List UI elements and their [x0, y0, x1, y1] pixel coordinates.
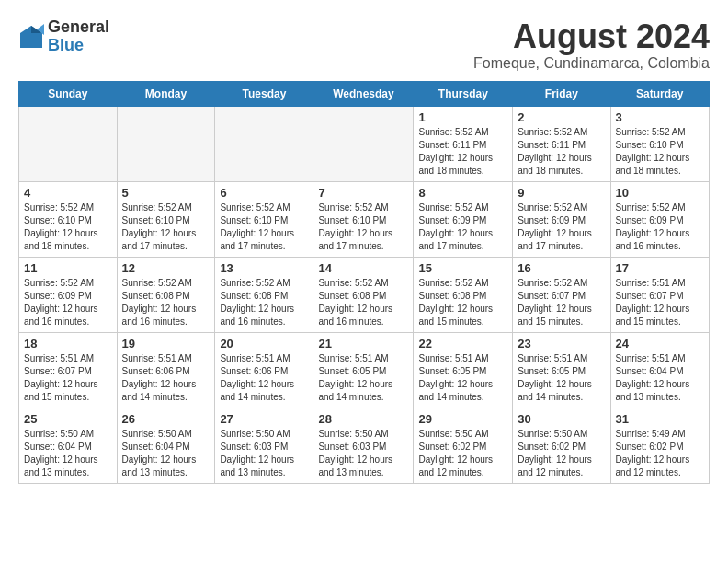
day-number: 29 [418, 412, 507, 426]
logo-blue: Blue [48, 36, 84, 54]
weekday-header-row: SundayMondayTuesdayWednesdayThursdayFrid… [19, 81, 710, 106]
day-info: Sunrise: 5:52 AM Sunset: 6:10 PM Dayligh… [318, 201, 408, 253]
day-number: 2 [518, 110, 605, 124]
day-info: Sunrise: 5:52 AM Sunset: 6:09 PM Dayligh… [518, 201, 605, 253]
day-number: 22 [418, 337, 507, 350]
calendar-cell: 16Sunrise: 5:52 AM Sunset: 6:07 PM Dayli… [513, 257, 610, 332]
day-number: 30 [518, 412, 605, 426]
weekday-header-thursday: Thursday [414, 81, 513, 106]
day-info: Sunrise: 5:50 AM Sunset: 6:04 PM Dayligh… [122, 428, 210, 479]
day-info: Sunrise: 5:50 AM Sunset: 6:03 PM Dayligh… [220, 428, 308, 479]
day-number: 23 [518, 337, 605, 350]
calendar-cell: 25Sunrise: 5:50 AM Sunset: 6:04 PM Dayli… [19, 408, 118, 483]
day-number: 16 [518, 261, 605, 275]
calendar-cell: 8Sunrise: 5:52 AM Sunset: 6:09 PM Daylig… [414, 181, 513, 257]
calendar-cell: 31Sunrise: 5:49 AM Sunset: 6:02 PM Dayli… [610, 408, 709, 483]
day-number: 27 [220, 412, 308, 426]
day-number: 21 [318, 337, 408, 350]
day-number: 19 [122, 337, 210, 350]
calendar-cell: 23Sunrise: 5:51 AM Sunset: 6:05 PM Dayli… [513, 332, 610, 408]
calendar-cell: 28Sunrise: 5:50 AM Sunset: 6:03 PM Dayli… [313, 408, 414, 483]
day-info: Sunrise: 5:51 AM Sunset: 6:05 PM Dayligh… [318, 352, 408, 404]
day-info: Sunrise: 5:50 AM Sunset: 6:03 PM Dayligh… [318, 428, 408, 479]
day-number: 8 [418, 186, 507, 200]
calendar-cell: 10Sunrise: 5:52 AM Sunset: 6:09 PM Dayli… [610, 181, 709, 257]
weekday-header-saturday: Saturday [610, 81, 709, 106]
day-info: Sunrise: 5:52 AM Sunset: 6:10 PM Dayligh… [122, 201, 210, 253]
day-info: Sunrise: 5:52 AM Sunset: 6:11 PM Dayligh… [518, 126, 605, 178]
day-number: 12 [122, 261, 210, 275]
calendar-cell: 24Sunrise: 5:51 AM Sunset: 6:04 PM Dayli… [610, 332, 709, 408]
logo-text: General Blue [48, 18, 109, 55]
calendar-cell: 5Sunrise: 5:52 AM Sunset: 6:10 PM Daylig… [117, 181, 215, 257]
calendar-cell: 3Sunrise: 5:52 AM Sunset: 6:10 PM Daylig… [610, 106, 709, 181]
day-number: 20 [220, 337, 308, 350]
calendar-cell: 13Sunrise: 5:52 AM Sunset: 6:08 PM Dayli… [215, 257, 313, 332]
day-number: 15 [418, 261, 507, 275]
calendar-cell: 21Sunrise: 5:51 AM Sunset: 6:05 PM Dayli… [313, 332, 414, 408]
calendar-cell [19, 106, 118, 181]
day-info: Sunrise: 5:51 AM Sunset: 6:07 PM Dayligh… [616, 277, 704, 328]
day-number: 14 [318, 261, 408, 275]
weekday-header-friday: Friday [513, 81, 610, 106]
day-number: 25 [24, 412, 112, 426]
day-number: 11 [24, 261, 112, 275]
day-number: 5 [122, 186, 210, 200]
day-info: Sunrise: 5:52 AM Sunset: 6:08 PM Dayligh… [318, 277, 408, 328]
calendar-cell: 7Sunrise: 5:52 AM Sunset: 6:10 PM Daylig… [313, 181, 414, 257]
calendar-cell: 14Sunrise: 5:52 AM Sunset: 6:08 PM Dayli… [313, 257, 414, 332]
calendar-cell: 22Sunrise: 5:51 AM Sunset: 6:05 PM Dayli… [414, 332, 513, 408]
day-info: Sunrise: 5:50 AM Sunset: 6:02 PM Dayligh… [418, 428, 507, 479]
weekday-header-monday: Monday [117, 81, 215, 106]
day-info: Sunrise: 5:52 AM Sunset: 6:09 PM Dayligh… [24, 277, 112, 328]
calendar-cell: 9Sunrise: 5:52 AM Sunset: 6:09 PM Daylig… [513, 181, 610, 257]
weekday-header-tuesday: Tuesday [215, 81, 313, 106]
calendar-cell: 19Sunrise: 5:51 AM Sunset: 6:06 PM Dayli… [117, 332, 215, 408]
location-subtitle: Fomeque, Cundinamarca, Colombia [473, 55, 710, 72]
weekday-header-sunday: Sunday [19, 81, 118, 106]
day-number: 18 [24, 337, 112, 350]
day-number: 26 [122, 412, 210, 426]
logo: General Blue [18, 18, 109, 55]
day-number: 1 [418, 110, 507, 124]
day-number: 13 [220, 261, 308, 275]
logo-general: General [48, 17, 109, 36]
day-info: Sunrise: 5:52 AM Sunset: 6:09 PM Dayligh… [616, 201, 704, 253]
calendar-week-5: 25Sunrise: 5:50 AM Sunset: 6:04 PM Dayli… [19, 408, 710, 483]
day-number: 17 [616, 261, 704, 275]
day-number: 10 [616, 186, 704, 200]
calendar-cell: 27Sunrise: 5:50 AM Sunset: 6:03 PM Dayli… [215, 408, 313, 483]
calendar-cell: 29Sunrise: 5:50 AM Sunset: 6:02 PM Dayli… [414, 408, 513, 483]
day-info: Sunrise: 5:51 AM Sunset: 6:04 PM Dayligh… [616, 352, 704, 404]
day-info: Sunrise: 5:51 AM Sunset: 6:06 PM Dayligh… [220, 352, 308, 404]
calendar-cell: 4Sunrise: 5:52 AM Sunset: 6:10 PM Daylig… [19, 181, 118, 257]
day-info: Sunrise: 5:50 AM Sunset: 6:04 PM Dayligh… [24, 428, 112, 479]
calendar-cell [313, 106, 414, 181]
day-info: Sunrise: 5:51 AM Sunset: 6:06 PM Dayligh… [122, 352, 210, 404]
calendar-cell [215, 106, 313, 181]
calendar-week-1: 1Sunrise: 5:52 AM Sunset: 6:11 PM Daylig… [19, 106, 710, 181]
logo-icon [18, 24, 44, 50]
calendar-cell: 2Sunrise: 5:52 AM Sunset: 6:11 PM Daylig… [513, 106, 610, 181]
day-info: Sunrise: 5:50 AM Sunset: 6:02 PM Dayligh… [518, 428, 605, 479]
title-block: August 2024 Fomeque, Cundinamarca, Colom… [473, 18, 710, 72]
day-info: Sunrise: 5:52 AM Sunset: 6:10 PM Dayligh… [24, 201, 112, 253]
day-info: Sunrise: 5:52 AM Sunset: 6:08 PM Dayligh… [122, 277, 210, 328]
calendar-cell: 1Sunrise: 5:52 AM Sunset: 6:11 PM Daylig… [414, 106, 513, 181]
day-number: 6 [220, 186, 308, 200]
day-number: 7 [318, 186, 408, 200]
calendar-cell: 26Sunrise: 5:50 AM Sunset: 6:04 PM Dayli… [117, 408, 215, 483]
calendar-cell: 18Sunrise: 5:51 AM Sunset: 6:07 PM Dayli… [19, 332, 118, 408]
day-info: Sunrise: 5:51 AM Sunset: 6:07 PM Dayligh… [24, 352, 112, 404]
day-number: 9 [518, 186, 605, 200]
calendar-cell: 11Sunrise: 5:52 AM Sunset: 6:09 PM Dayli… [19, 257, 118, 332]
month-year-title: August 2024 [473, 18, 710, 55]
calendar-cell: 6Sunrise: 5:52 AM Sunset: 6:10 PM Daylig… [215, 181, 313, 257]
calendar-cell: 12Sunrise: 5:52 AM Sunset: 6:08 PM Dayli… [117, 257, 215, 332]
day-info: Sunrise: 5:49 AM Sunset: 6:02 PM Dayligh… [616, 428, 704, 479]
calendar-week-2: 4Sunrise: 5:52 AM Sunset: 6:10 PM Daylig… [19, 181, 710, 257]
calendar-cell: 15Sunrise: 5:52 AM Sunset: 6:08 PM Dayli… [414, 257, 513, 332]
day-number: 3 [616, 110, 704, 124]
day-number: 28 [318, 412, 408, 426]
day-info: Sunrise: 5:52 AM Sunset: 6:07 PM Dayligh… [518, 277, 605, 328]
